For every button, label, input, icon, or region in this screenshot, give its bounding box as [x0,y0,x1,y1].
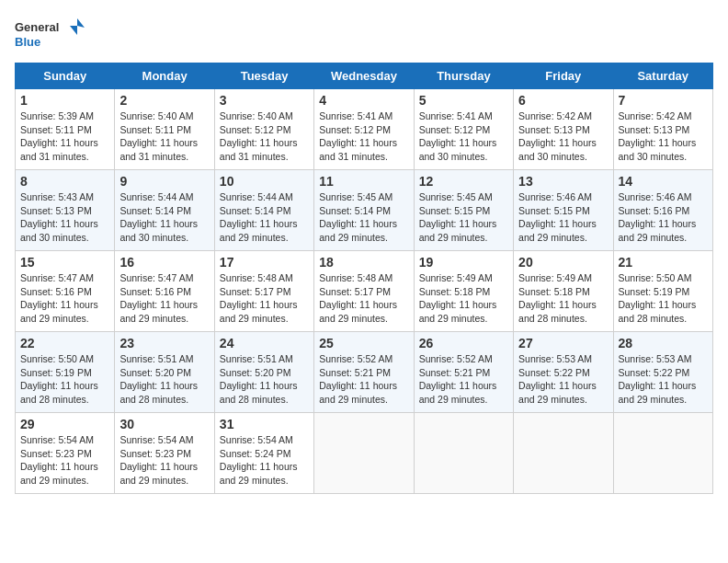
day-number: 25 [319,336,408,350]
calendar-cell: 6Sunrise: 5:42 AM Sunset: 5:13 PM Daylig… [514,89,613,170]
calendar-cell [314,413,414,494]
day-number: 20 [518,255,608,270]
svg-text:General: General [15,20,59,34]
day-number: 2 [119,93,209,108]
calendar-header: SundayMondayTuesdayWednesdayThursdayFrid… [16,63,713,89]
day-number: 4 [319,93,408,108]
logo: General Blue [15,15,88,55]
day-info: Sunrise: 5:40 AM Sunset: 5:12 PM Dayligh… [220,110,298,162]
col-header-thursday: Thursday [414,63,513,89]
calendar-cell: 13Sunrise: 5:46 AM Sunset: 5:15 PM Dayli… [514,170,613,251]
calendar-cell: 25Sunrise: 5:52 AM Sunset: 5:21 PM Dayli… [314,332,414,413]
day-number: 22 [20,336,109,350]
day-info: Sunrise: 5:41 AM Sunset: 5:12 PM Dayligh… [319,110,397,162]
calendar-cell: 3Sunrise: 5:40 AM Sunset: 5:12 PM Daylig… [214,89,313,170]
calendar-week-3: 15Sunrise: 5:47 AM Sunset: 5:16 PM Dayli… [16,251,713,332]
calendar-cell [514,413,613,494]
day-info: Sunrise: 5:46 AM Sunset: 5:15 PM Dayligh… [518,191,597,243]
calendar-cell: 28Sunrise: 5:53 AM Sunset: 5:22 PM Dayli… [613,332,712,413]
calendar-cell: 5Sunrise: 5:41 AM Sunset: 5:12 PM Daylig… [414,89,513,170]
day-number: 31 [220,417,309,431]
col-header-friday: Friday [514,63,613,89]
day-number: 26 [419,336,508,350]
calendar-cell: 7Sunrise: 5:42 AM Sunset: 5:13 PM Daylig… [613,89,712,170]
calendar-cell: 14Sunrise: 5:46 AM Sunset: 5:16 PM Dayli… [613,170,712,251]
day-number: 30 [119,417,209,431]
day-info: Sunrise: 5:54 AM Sunset: 5:23 PM Dayligh… [119,434,198,486]
col-header-tuesday: Tuesday [214,63,313,89]
calendar-cell [414,413,513,494]
day-number: 10 [220,174,309,189]
calendar-cell: 27Sunrise: 5:53 AM Sunset: 5:22 PM Dayli… [514,332,613,413]
day-info: Sunrise: 5:48 AM Sunset: 5:17 PM Dayligh… [220,272,298,324]
day-info: Sunrise: 5:52 AM Sunset: 5:21 PM Dayligh… [319,353,397,405]
day-number: 29 [20,417,109,431]
day-number: 18 [319,255,408,270]
day-number: 19 [419,255,508,270]
day-info: Sunrise: 5:53 AM Sunset: 5:22 PM Dayligh… [518,353,597,405]
logo-svg: General Blue [15,15,88,55]
calendar-cell: 1Sunrise: 5:39 AM Sunset: 5:11 PM Daylig… [16,89,115,170]
day-number: 12 [419,174,508,189]
calendar-cell: 8Sunrise: 5:43 AM Sunset: 5:13 PM Daylig… [16,170,115,251]
day-info: Sunrise: 5:54 AM Sunset: 5:23 PM Dayligh… [20,434,98,486]
calendar-cell: 12Sunrise: 5:45 AM Sunset: 5:15 PM Dayli… [414,170,513,251]
calendar-body: 1Sunrise: 5:39 AM Sunset: 5:11 PM Daylig… [16,89,713,494]
col-header-saturday: Saturday [613,63,712,89]
calendar-cell: 20Sunrise: 5:49 AM Sunset: 5:18 PM Dayli… [514,251,613,332]
calendar-cell: 4Sunrise: 5:41 AM Sunset: 5:12 PM Daylig… [314,89,414,170]
calendar-cell: 9Sunrise: 5:44 AM Sunset: 5:14 PM Daylig… [115,170,214,251]
calendar-cell: 18Sunrise: 5:48 AM Sunset: 5:17 PM Dayli… [314,251,414,332]
day-info: Sunrise: 5:42 AM Sunset: 5:13 PM Dayligh… [518,110,597,162]
day-number: 21 [619,255,708,270]
day-number: 27 [518,336,608,350]
day-number: 17 [220,255,309,270]
day-info: Sunrise: 5:42 AM Sunset: 5:13 PM Dayligh… [619,110,697,162]
day-number: 14 [619,174,708,189]
page-header: General Blue [15,15,713,55]
col-header-wednesday: Wednesday [314,63,414,89]
calendar-week-2: 8Sunrise: 5:43 AM Sunset: 5:13 PM Daylig… [16,170,713,251]
calendar-cell: 22Sunrise: 5:50 AM Sunset: 5:19 PM Dayli… [16,332,115,413]
calendar-cell: 11Sunrise: 5:45 AM Sunset: 5:14 PM Dayli… [314,170,414,251]
day-number: 13 [518,174,608,189]
day-number: 16 [119,255,209,270]
day-info: Sunrise: 5:49 AM Sunset: 5:18 PM Dayligh… [518,272,597,324]
day-number: 11 [319,174,408,189]
calendar-cell: 16Sunrise: 5:47 AM Sunset: 5:16 PM Dayli… [115,251,214,332]
day-number: 3 [220,93,309,108]
day-info: Sunrise: 5:45 AM Sunset: 5:14 PM Dayligh… [319,191,397,243]
calendar-cell: 31Sunrise: 5:54 AM Sunset: 5:24 PM Dayli… [214,413,313,494]
day-info: Sunrise: 5:54 AM Sunset: 5:24 PM Dayligh… [220,434,298,486]
day-info: Sunrise: 5:44 AM Sunset: 5:14 PM Dayligh… [220,191,298,243]
calendar-cell: 21Sunrise: 5:50 AM Sunset: 5:19 PM Dayli… [613,251,712,332]
calendar-cell: 29Sunrise: 5:54 AM Sunset: 5:23 PM Dayli… [16,413,115,494]
calendar-cell: 24Sunrise: 5:51 AM Sunset: 5:20 PM Dayli… [214,332,313,413]
day-info: Sunrise: 5:47 AM Sunset: 5:16 PM Dayligh… [119,272,198,324]
day-info: Sunrise: 5:39 AM Sunset: 5:11 PM Dayligh… [20,110,98,162]
day-number: 8 [20,174,109,189]
calendar-cell: 10Sunrise: 5:44 AM Sunset: 5:14 PM Dayli… [214,170,313,251]
day-info: Sunrise: 5:47 AM Sunset: 5:16 PM Dayligh… [20,272,98,324]
day-number: 23 [119,336,209,350]
day-number: 5 [419,93,508,108]
calendar-cell: 19Sunrise: 5:49 AM Sunset: 5:18 PM Dayli… [414,251,513,332]
day-number: 15 [20,255,109,270]
calendar-cell: 17Sunrise: 5:48 AM Sunset: 5:17 PM Dayli… [214,251,313,332]
day-info: Sunrise: 5:51 AM Sunset: 5:20 PM Dayligh… [119,353,198,405]
day-info: Sunrise: 5:50 AM Sunset: 5:19 PM Dayligh… [619,272,697,324]
calendar-cell: 15Sunrise: 5:47 AM Sunset: 5:16 PM Dayli… [16,251,115,332]
calendar-table: SundayMondayTuesdayWednesdayThursdayFrid… [15,63,713,494]
day-number: 24 [220,336,309,350]
day-number: 1 [20,93,109,108]
svg-text:Blue: Blue [15,35,40,49]
day-info: Sunrise: 5:41 AM Sunset: 5:12 PM Dayligh… [419,110,497,162]
day-number: 28 [619,336,708,350]
day-info: Sunrise: 5:46 AM Sunset: 5:16 PM Dayligh… [619,191,697,243]
day-info: Sunrise: 5:44 AM Sunset: 5:14 PM Dayligh… [119,191,198,243]
calendar-week-4: 22Sunrise: 5:50 AM Sunset: 5:19 PM Dayli… [16,332,713,413]
calendar-cell: 2Sunrise: 5:40 AM Sunset: 5:11 PM Daylig… [115,89,214,170]
day-number: 9 [119,174,209,189]
col-header-monday: Monday [115,63,214,89]
day-info: Sunrise: 5:51 AM Sunset: 5:20 PM Dayligh… [220,353,298,405]
